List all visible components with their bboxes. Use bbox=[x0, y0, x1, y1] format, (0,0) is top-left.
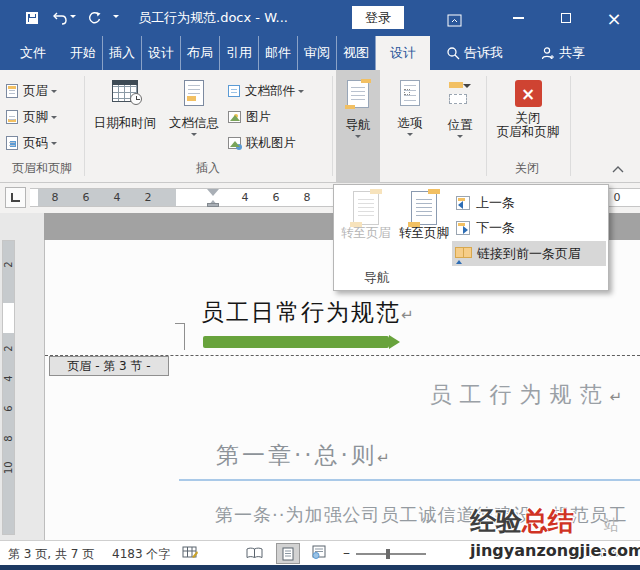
print-layout-icon-selected[interactable] bbox=[276, 543, 300, 564]
text-boundary-corner-mark bbox=[175, 323, 185, 350]
tab-design[interactable]: 设计 bbox=[142, 36, 181, 70]
zoom-slider-track[interactable] bbox=[356, 553, 426, 555]
pictures-icon bbox=[228, 111, 241, 123]
options-icon bbox=[400, 80, 420, 106]
options-button[interactable]: 选项 bbox=[388, 76, 432, 178]
undo-dropdown-icon[interactable] bbox=[68, 8, 78, 28]
ruler-number: 8 bbox=[301, 191, 313, 204]
ribbon-display-options-icon[interactable] bbox=[444, 10, 464, 30]
save-icon[interactable] bbox=[22, 8, 42, 28]
tab-references[interactable]: 引用 bbox=[220, 36, 259, 70]
close-header-footer-icon: × bbox=[515, 80, 542, 107]
redo-icon[interactable] bbox=[84, 8, 104, 28]
quick-parts-button[interactable]: 文档部件 bbox=[228, 80, 304, 102]
navigation-icon bbox=[347, 80, 369, 108]
next-icon bbox=[456, 221, 470, 235]
minimize-button[interactable] bbox=[496, 0, 540, 36]
tab-tell-me[interactable]: 告诉我 bbox=[440, 36, 509, 70]
collapse-ribbon-icon[interactable] bbox=[612, 158, 624, 177]
watermark-site-url: jingyanzongjie.com bbox=[470, 541, 640, 560]
ruler-number: 8 bbox=[3, 433, 14, 444]
share-button[interactable]: 共享 bbox=[535, 36, 591, 70]
tab-review[interactable]: 审阅 bbox=[298, 36, 337, 70]
group-divider bbox=[332, 76, 333, 176]
menu-item-link-to-previous[interactable]: 链接到前一条页眉 bbox=[452, 241, 606, 266]
page-number-button[interactable]: 页码 bbox=[6, 132, 57, 154]
group-label-header-footer: 页眉和页脚 bbox=[0, 160, 84, 177]
header-section-tag: 页眉 - 第 3 节 - bbox=[49, 356, 169, 376]
quick-parts-icon bbox=[228, 85, 240, 97]
word-count[interactable]: 4183 个字 bbox=[112, 546, 170, 563]
footer-button[interactable]: 页脚 bbox=[6, 106, 57, 128]
person-icon bbox=[541, 46, 555, 60]
ruler-margin-area bbox=[3, 241, 14, 303]
search-icon bbox=[446, 46, 460, 60]
vertical-ruler[interactable]: 2 2 4 6 8 10 bbox=[2, 240, 15, 535]
ruler-number: 2 bbox=[142, 191, 154, 204]
menu-item-previous[interactable]: 上一条 bbox=[452, 190, 606, 215]
online-pictures-icon bbox=[228, 137, 241, 149]
tab-mailings[interactable]: 邮件 bbox=[259, 36, 298, 70]
customize-qat-icon[interactable] bbox=[110, 8, 122, 28]
online-pictures-button[interactable]: 联机图片 bbox=[228, 132, 299, 154]
window-title: 员工行为规范.docx - W... bbox=[138, 9, 288, 27]
tab-layout[interactable]: 布局 bbox=[181, 36, 220, 70]
tab-view[interactable]: 视图 bbox=[337, 36, 376, 70]
tab-home[interactable]: 开始 bbox=[64, 36, 103, 70]
group-divider bbox=[570, 76, 571, 176]
tab-file[interactable]: 文件 bbox=[8, 36, 58, 70]
chevron-down-icon bbox=[51, 116, 57, 122]
chevron-down-icon bbox=[407, 133, 413, 139]
word-window: 员工行为规范.docx - W... 登录 × 文件 开始 插入 设计 布局 引… bbox=[0, 0, 640, 570]
navigation-dropdown-menu: 转至页眉 转至页脚 上一条 下一条 链接到前一条页眉 导航 bbox=[333, 184, 609, 291]
zoom-slider-thumb[interactable] bbox=[386, 549, 390, 559]
ruler-number: 6 bbox=[80, 191, 92, 204]
go-to-header-icon bbox=[353, 191, 379, 225]
tab-stop-selector[interactable] bbox=[5, 187, 26, 208]
web-layout-icon[interactable] bbox=[312, 545, 326, 559]
previous-icon bbox=[456, 196, 470, 210]
date-time-icon bbox=[112, 80, 138, 102]
header-button[interactable]: 页眉 bbox=[6, 80, 57, 102]
page-info[interactable]: 第 3 页, 共 7 页 bbox=[8, 546, 94, 563]
position-icon bbox=[449, 82, 471, 106]
menu-section-label: 导航 bbox=[364, 269, 390, 287]
chevron-down-icon bbox=[355, 135, 361, 141]
close-button[interactable]: × bbox=[592, 0, 636, 36]
ruler-number: 10 bbox=[3, 463, 14, 474]
menu-item-next[interactable]: 下一条 bbox=[452, 215, 606, 240]
position-button[interactable]: 位置 bbox=[438, 76, 482, 178]
chevron-down-icon bbox=[51, 142, 57, 148]
undo-icon[interactable] bbox=[50, 8, 70, 28]
watermark-faint-char: 站 bbox=[604, 516, 619, 535]
menu-item-go-to-header[interactable]: 转至页眉 bbox=[338, 189, 394, 253]
ruler-number: 4 bbox=[3, 373, 14, 384]
navigation-button[interactable]: 导航 bbox=[336, 70, 380, 183]
header-text[interactable]: 员工日常行为规范↵ bbox=[201, 297, 414, 328]
pictures-button[interactable]: 图片 bbox=[228, 106, 274, 128]
ruler-number: 4 bbox=[239, 191, 251, 204]
ruler-number: 6 bbox=[270, 191, 282, 204]
tell-me-label: 告诉我 bbox=[464, 44, 503, 62]
green-arrow-shape[interactable] bbox=[203, 336, 389, 348]
menu-item-go-to-footer[interactable]: 转至页脚 bbox=[396, 189, 452, 253]
footer-icon bbox=[6, 110, 18, 124]
chevron-down-icon bbox=[51, 90, 57, 96]
document-info-icon bbox=[184, 80, 204, 106]
chevron-down-icon bbox=[457, 135, 463, 141]
ruler-number: 0 bbox=[611, 191, 623, 204]
paragraph-mark: ↵ bbox=[609, 388, 622, 406]
zoom-out-button[interactable]: – bbox=[343, 544, 350, 560]
left-indent-marker[interactable] bbox=[207, 203, 219, 207]
header-icon bbox=[6, 84, 18, 98]
tab-insert[interactable]: 插入 bbox=[103, 36, 142, 70]
document-title-text[interactable]: 员工行为规范↵ bbox=[245, 380, 622, 410]
chapter-heading-text[interactable]: 第一章··总·则↵ bbox=[216, 440, 390, 471]
link-to-previous-icon bbox=[455, 247, 471, 261]
read-mode-icon[interactable] bbox=[246, 547, 263, 559]
sign-in-button[interactable]: 登录 bbox=[352, 6, 404, 29]
restore-button[interactable] bbox=[544, 0, 588, 36]
tab-hf-design-active[interactable]: 设计 bbox=[376, 36, 430, 70]
proofing-status-icon[interactable] bbox=[182, 545, 198, 559]
go-to-footer-icon bbox=[411, 191, 437, 225]
